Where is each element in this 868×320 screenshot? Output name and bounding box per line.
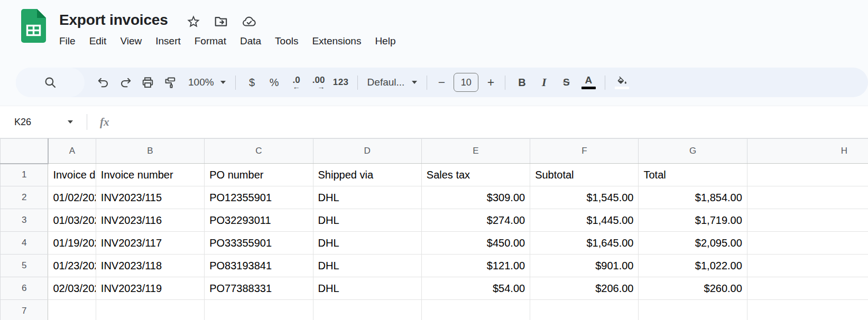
menu-file[interactable]: File (52, 34, 82, 49)
more-formats-button[interactable]: 123 (330, 72, 352, 93)
cell-F2[interactable]: $1,545.00 (530, 186, 639, 209)
cell-E2[interactable]: $309.00 (421, 186, 530, 209)
cell-F5[interactable]: $901.00 (530, 255, 639, 277)
cell-F6[interactable]: $206.00 (530, 277, 639, 300)
cell-G7[interactable] (639, 300, 747, 320)
cell-H2[interactable] (747, 186, 868, 209)
column-header-C[interactable]: C (205, 139, 313, 164)
menu-help[interactable]: Help (368, 34, 402, 49)
cell-H4[interactable] (747, 232, 868, 255)
menu-extensions[interactable]: Extensions (305, 34, 368, 49)
cell-C1[interactable]: PO number (205, 164, 313, 186)
cell-D2[interactable]: DHL (313, 186, 421, 209)
decrease-font-size-button[interactable]: − (432, 72, 450, 93)
menu-insert[interactable]: Insert (149, 34, 188, 49)
cell-B3[interactable]: INV2023/116 (96, 209, 204, 232)
cell-A3[interactable]: 01/03/2023 (48, 209, 96, 232)
decrease-decimal-button[interactable]: .0 ← (285, 72, 308, 93)
cloud-check-icon[interactable] (241, 14, 257, 29)
cell-G6[interactable]: $260.00 (639, 277, 747, 300)
cell-C6[interactable]: PO77388331 (205, 277, 313, 300)
cell-C4[interactable]: PO33355901 (205, 232, 313, 255)
document-title[interactable]: Export invoices (59, 12, 168, 29)
column-header-G[interactable]: G (639, 139, 747, 164)
italic-button[interactable]: I (533, 72, 555, 93)
strikethrough-button[interactable]: S (555, 72, 577, 93)
cell-A1[interactable]: Invoice date (48, 164, 96, 186)
column-header-E[interactable]: E (421, 139, 530, 164)
cell-A4[interactable]: 01/19/2023 (48, 232, 96, 255)
fill-color-button[interactable] (611, 72, 633, 93)
cell-D7[interactable] (313, 300, 421, 320)
menu-tools[interactable]: Tools (268, 34, 305, 49)
paint-format-button[interactable] (159, 72, 181, 93)
column-header-A[interactable]: A (48, 139, 96, 164)
cell-A5[interactable]: 01/23/2023 (48, 255, 96, 277)
text-color-button[interactable]: A (577, 72, 599, 93)
folder-move-icon[interactable] (214, 14, 228, 29)
column-header-F[interactable]: F (530, 139, 639, 164)
cell-A2[interactable]: 01/02/2023 (48, 186, 96, 209)
cell-H1[interactable] (747, 164, 868, 186)
row-header-2[interactable]: 2 (1, 186, 48, 209)
cell-E6[interactable]: $54.00 (421, 277, 530, 300)
cell-F7[interactable] (530, 300, 639, 320)
print-button[interactable] (136, 72, 159, 93)
format-percent-button[interactable]: % (263, 72, 285, 93)
cell-E7[interactable] (421, 300, 530, 320)
star-icon[interactable] (186, 14, 201, 29)
font-size-input[interactable]: 10 (454, 73, 478, 92)
cell-B7[interactable] (96, 300, 204, 320)
cell-A7[interactable] (48, 300, 96, 320)
cell-B1[interactable]: Invoice number (96, 164, 204, 186)
cell-F4[interactable]: $1,645.00 (530, 232, 639, 255)
cell-E1[interactable]: Sales tax (421, 164, 530, 186)
row-header-7[interactable]: 7 (1, 300, 48, 320)
cell-C3[interactable]: PO32293011 (205, 209, 313, 232)
menu-view[interactable]: View (113, 34, 149, 49)
cell-C5[interactable]: PO83193841 (205, 255, 313, 277)
menu-edit[interactable]: Edit (82, 34, 114, 49)
cell-C2[interactable]: PO12355901 (205, 186, 313, 209)
cell-G3[interactable]: $1,719.00 (639, 209, 747, 232)
cell-B6[interactable]: INV2023/119 (96, 277, 204, 300)
cell-H6[interactable] (747, 277, 868, 300)
column-header-D[interactable]: D (313, 139, 421, 164)
column-header-B[interactable]: B (96, 139, 204, 164)
undo-button[interactable] (92, 72, 114, 93)
font-family-selector[interactable]: Defaul... (363, 77, 422, 88)
search-button[interactable] (16, 68, 85, 97)
menu-data[interactable]: Data (233, 34, 268, 49)
cell-E3[interactable]: $274.00 (421, 209, 530, 232)
format-currency-button[interactable]: $ (241, 72, 263, 93)
row-header-1[interactable]: 1 (1, 164, 48, 186)
cell-D1[interactable]: Shipped via (313, 164, 421, 186)
bold-button[interactable]: B (511, 72, 533, 93)
column-header-H[interactable]: H (747, 139, 868, 164)
increase-decimal-button[interactable]: .00 → (308, 72, 330, 93)
cell-E4[interactable]: $450.00 (421, 232, 530, 255)
cell-C7[interactable] (205, 300, 313, 320)
cell-E5[interactable]: $121.00 (421, 255, 530, 277)
sheets-logo-icon[interactable] (21, 9, 46, 43)
cell-G5[interactable]: $1,022.00 (639, 255, 747, 277)
cell-D4[interactable]: DHL (313, 232, 421, 255)
cell-B2[interactable]: INV2023/115 (96, 186, 204, 209)
cell-G2[interactable]: $1,854.00 (639, 186, 747, 209)
cell-B4[interactable]: INV2023/117 (96, 232, 204, 255)
row-header-3[interactable]: 3 (1, 209, 48, 232)
cell-A6[interactable]: 02/03/2023 (48, 277, 96, 300)
select-all-corner[interactable] (1, 139, 48, 164)
cell-D6[interactable]: DHL (313, 277, 421, 300)
row-header-6[interactable]: 6 (1, 277, 48, 300)
zoom-selector[interactable]: 100% (181, 77, 230, 88)
increase-font-size-button[interactable]: + (482, 72, 500, 93)
cell-H7[interactable] (747, 300, 868, 320)
name-box[interactable]: K26 (0, 117, 80, 128)
cell-D3[interactable]: DHL (313, 209, 421, 232)
row-header-4[interactable]: 4 (1, 232, 48, 255)
cell-H5[interactable] (747, 255, 868, 277)
cell-D5[interactable]: DHL (313, 255, 421, 277)
cell-F3[interactable]: $1,445.00 (530, 209, 639, 232)
cell-B5[interactable]: INV2023/118 (96, 255, 204, 277)
